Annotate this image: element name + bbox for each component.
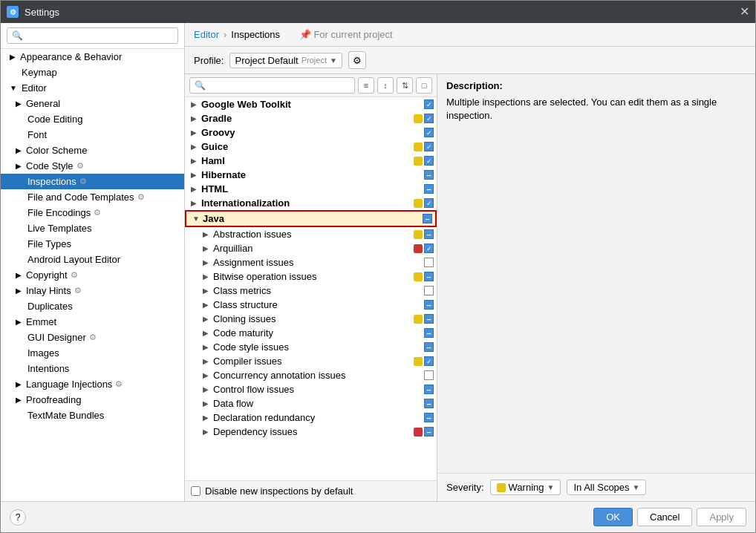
- minus-box[interactable]: –: [424, 170, 434, 180]
- tree-expand-icon: ▶: [203, 301, 212, 309]
- check-box[interactable]: [424, 258, 434, 267]
- check-box[interactable]: ✓: [424, 99, 434, 109]
- tree-item-control-flow[interactable]: ▶ Control flow issues –: [185, 382, 437, 396]
- tree-item-code-style-issues[interactable]: ▶ Code style issues –: [185, 340, 437, 354]
- close-button[interactable]: ✕: [740, 6, 749, 18]
- ok-button[interactable]: OK: [593, 508, 633, 526]
- sidebar-item-label: Code Style: [26, 160, 74, 171]
- sidebar-item-font[interactable]: Font: [1, 127, 184, 143]
- sidebar-item-images[interactable]: Images: [1, 345, 184, 361]
- tree-item-bitwise[interactable]: ▶ Bitwise operation issues –: [185, 269, 437, 284]
- tree-item-label: Concurrency annotation issues: [213, 370, 423, 381]
- tree-item-haml[interactable]: ▶ Haml ✓: [185, 154, 437, 168]
- check-box[interactable]: [424, 286, 434, 295]
- sidebar-item-duplicates[interactable]: Duplicates: [1, 298, 184, 314]
- tree-search-input[interactable]: [189, 77, 355, 94]
- scope-value: In All Scopes: [573, 482, 629, 493]
- tree-item-i18n[interactable]: ▶ Internationalization ✓: [185, 196, 437, 210]
- help-button[interactable]: ?: [10, 509, 26, 526]
- sidebar-item-file-code-templates[interactable]: File and Code Templates ⚙: [1, 189, 184, 205]
- bottom-bar: ? OK Cancel Apply: [1, 501, 755, 532]
- minus-box[interactable]: –: [424, 300, 434, 310]
- minus-box[interactable]: –: [424, 328, 434, 338]
- minus-box[interactable]: –: [424, 427, 434, 436]
- sidebar-search-input[interactable]: [7, 27, 178, 44]
- apply-button[interactable]: Apply: [697, 508, 746, 526]
- minus-box[interactable]: –: [424, 229, 434, 239]
- sidebar-item-textmate[interactable]: TextMate Bundles: [1, 408, 184, 423]
- check-box[interactable]: ✓: [424, 198, 434, 208]
- minus-box[interactable]: –: [424, 385, 434, 394]
- sidebar-item-keymap[interactable]: Keymap: [1, 65, 184, 80]
- check-box[interactable]: ✓: [424, 128, 434, 137]
- tree-item-assignment[interactable]: ▶ Assignment issues: [185, 255, 437, 269]
- tree-item-gradle[interactable]: ▶ Gradle ✓: [185, 111, 437, 125]
- check-box[interactable]: ✓: [424, 142, 434, 151]
- tree-item-data-flow[interactable]: ▶ Data flow –: [185, 396, 437, 411]
- sidebar-item-gui-designer[interactable]: GUI Designer ⚙: [1, 330, 184, 345]
- check-box[interactable]: ✓: [424, 114, 434, 123]
- sidebar-item-inlay-hints[interactable]: ▶ Inlay Hints ⚙: [1, 283, 184, 298]
- tree-item-groovy[interactable]: ▶ Groovy ✓: [185, 125, 437, 140]
- minus-box[interactable]: –: [424, 272, 434, 281]
- minus-box[interactable]: –: [424, 314, 434, 324]
- sidebar-item-copyright[interactable]: ▶ Copyright ⚙: [1, 267, 184, 283]
- minus-box[interactable]: –: [424, 399, 434, 408]
- tree-item-declaration-redundancy[interactable]: ▶ Declaration redundancy –: [185, 411, 437, 425]
- sidebar-item-android-layout-editor[interactable]: Android Layout Editor: [1, 252, 184, 267]
- scope-dropdown[interactable]: In All Scopes ▼: [567, 480, 646, 495]
- minus-box[interactable]: –: [424, 413, 434, 422]
- sidebar-item-file-encodings[interactable]: File Encodings ⚙: [1, 205, 184, 220]
- minus-box[interactable]: –: [423, 214, 432, 223]
- sidebar-item-proofreading[interactable]: ▶ Proofreading: [1, 392, 184, 408]
- cancel-button[interactable]: Cancel: [637, 508, 692, 526]
- sidebar-item-general[interactable]: ▶ General: [1, 96, 184, 111]
- check-box[interactable]: ✓: [424, 243, 434, 253]
- profile-dropdown[interactable]: Project Default Project ▼: [229, 53, 342, 68]
- sidebar-item-file-types[interactable]: File Types: [1, 236, 184, 252]
- tree-item-java[interactable]: ▼ Java –: [185, 210, 437, 227]
- tree-item-html[interactable]: ▶ HTML –: [185, 182, 437, 196]
- tree-item-concurrency[interactable]: ▶ Concurrency annotation issues: [185, 368, 437, 382]
- sidebar-item-appearance[interactable]: ▶ Appearance & Behavior: [1, 49, 184, 65]
- tree-item-class-structure[interactable]: ▶ Class structure –: [185, 298, 437, 312]
- tree-item-gwt[interactable]: ▶ Google Web Toolkit ✓: [185, 97, 437, 111]
- tree-item-guice[interactable]: ▶ Guice ✓: [185, 140, 437, 154]
- sidebar-item-color-scheme[interactable]: ▶ Color Scheme: [1, 143, 184, 158]
- sidebar-item-language-injections[interactable]: ▶ Language Injections ⚙: [1, 376, 184, 392]
- gear-button[interactable]: ⚙: [348, 51, 366, 69]
- tree-item-cloning[interactable]: ▶ Cloning issues –: [185, 312, 437, 326]
- tree-item-hibernate[interactable]: ▶ Hibernate –: [185, 168, 437, 182]
- export-button[interactable]: □: [416, 77, 432, 94]
- disable-inspections-checkbox[interactable]: [191, 486, 201, 496]
- tree-item-code-maturity[interactable]: ▶ Code maturity –: [185, 326, 437, 340]
- tree-item-compiler[interactable]: ▶ Compiler issues ✓: [185, 354, 437, 368]
- severity-dropdown[interactable]: Warning ▼: [490, 480, 561, 495]
- tree-item-abstraction[interactable]: ▶ Abstraction issues –: [185, 227, 437, 241]
- sidebar-item-code-editing[interactable]: Code Editing: [1, 111, 184, 127]
- sidebar-item-emmet[interactable]: ▶ Emmet: [1, 314, 184, 330]
- breadcrumb-parent[interactable]: Editor: [194, 29, 219, 40]
- collapse-all-button[interactable]: ⇅: [397, 77, 413, 94]
- tree-item-arquillian[interactable]: ▶ Arquillian ✓: [185, 241, 437, 255]
- sidebar-item-editor[interactable]: ▼ Editor: [1, 80, 184, 96]
- filter-button[interactable]: ≡: [358, 77, 374, 94]
- sidebar-item-intentions[interactable]: Intentions: [1, 361, 184, 376]
- sidebar-item-live-templates[interactable]: Live Templates: [1, 220, 184, 236]
- expand-all-button[interactable]: ↕: [377, 77, 394, 94]
- sidebar-item-label: Inspections: [27, 176, 76, 187]
- tree-expand-icon: ▶: [203, 371, 212, 379]
- sidebar-item-code-style[interactable]: ▶ Code Style ⚙: [1, 158, 184, 174]
- tree-item-dependency-issues[interactable]: ▶ Dependency issues –: [185, 425, 437, 439]
- minus-box[interactable]: –: [424, 184, 434, 194]
- breadcrumb-separator: ›: [224, 29, 227, 40]
- check-box[interactable]: [424, 370, 434, 380]
- tree-expand-icon: ▶: [203, 343, 212, 351]
- minus-box[interactable]: –: [424, 342, 434, 352]
- sidebar-item-label: File Encodings: [27, 207, 91, 218]
- check-box[interactable]: ✓: [424, 156, 434, 166]
- profile-bar: Profile: Project Default Project ▼ ⚙: [185, 47, 755, 74]
- sidebar-item-inspections[interactable]: Inspections ⚙: [1, 174, 184, 189]
- check-box[interactable]: ✓: [424, 356, 434, 366]
- tree-item-class-metrics[interactable]: ▶ Class metrics: [185, 284, 437, 298]
